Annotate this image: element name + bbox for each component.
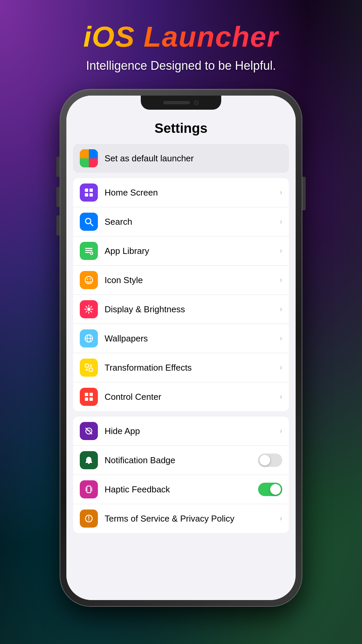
svg-point-44 — [88, 520, 89, 521]
svg-rect-32 — [89, 397, 93, 401]
svg-rect-28 — [89, 368, 93, 371]
notification-badge-label: Notification Badge — [105, 455, 258, 466]
svg-rect-3 — [89, 193, 93, 197]
wallpapers-icon — [80, 329, 98, 347]
phone-outer: Settings Set as default launcher — [60, 90, 302, 606]
home-screen-icon — [80, 183, 98, 202]
home-screen-item[interactable]: Home Screen › — [73, 178, 289, 207]
svg-rect-6 — [85, 248, 93, 249]
svg-rect-35 — [87, 486, 91, 493]
haptic-feedback-item[interactable]: Haptic Feedback — [73, 475, 289, 504]
settings-group-main: Home Screen › Search › — [73, 178, 289, 411]
settings-title: Settings — [66, 114, 296, 144]
search-item[interactable]: Search › — [73, 207, 289, 236]
svg-rect-31 — [85, 397, 88, 401]
control-center-icon — [80, 388, 98, 406]
display-brightness-item[interactable]: Display & Brightness › — [73, 295, 289, 324]
terms-privacy-label: Terms of Service & Privacy Policy — [105, 514, 280, 524]
search-label: Search — [105, 217, 280, 227]
icon-style-icon — [80, 271, 98, 289]
haptic-feedback-icon — [80, 480, 98, 498]
hide-app-chevron: › — [280, 427, 282, 435]
svg-line-22 — [91, 307, 92, 308]
wallpapers-label: Wallpapers — [105, 333, 280, 344]
search-chevron: › — [280, 217, 282, 226]
app-library-item[interactable]: App Library › — [73, 236, 289, 266]
settings-group-default: Set as default launcher — [73, 144, 289, 173]
icon-style-chevron: › — [280, 276, 282, 284]
control-center-label: Control Center — [105, 392, 280, 402]
hide-app-item[interactable]: Hide App › — [73, 417, 289, 446]
settings-group-extras: Hide App › Notification Badge — [73, 417, 289, 533]
icon-q4 — [89, 158, 98, 167]
svg-point-13 — [87, 278, 88, 280]
wallpapers-chevron: › — [280, 334, 282, 343]
app-library-icon — [80, 242, 98, 260]
terms-privacy-icon — [80, 509, 98, 528]
title-launcher: Launcher — [135, 20, 279, 53]
terms-privacy-item[interactable]: Terms of Service & Privacy Policy › — [73, 504, 289, 533]
title-ios: iOS — [83, 20, 135, 53]
svg-rect-30 — [89, 393, 93, 396]
haptic-feedback-label: Haptic Feedback — [105, 484, 258, 495]
icon-q2 — [89, 149, 98, 158]
svg-line-21 — [91, 311, 92, 312]
screen-content: Settings Set as default launcher — [66, 96, 296, 600]
svg-rect-8 — [85, 252, 90, 253]
notch-speaker — [163, 101, 190, 104]
app-title: iOS Launcher — [83, 20, 279, 53]
svg-rect-29 — [85, 393, 88, 396]
app-header: iOS Launcher Intelligence Designed to be… — [83, 0, 279, 73]
launcher-icon-grid — [80, 149, 98, 167]
app-library-label: App Library — [105, 246, 280, 256]
app-subtitle: Intelligence Designed to be Helpful. — [83, 59, 279, 73]
search-icon — [80, 213, 98, 231]
icon-style-item[interactable]: Icon Style › — [73, 266, 289, 295]
notification-badge-toggle[interactable] — [258, 453, 282, 467]
set-default-launcher-label: Set as default launcher — [105, 153, 282, 164]
svg-line-20 — [86, 307, 87, 308]
transformation-effects-chevron: › — [280, 363, 282, 372]
home-screen-chevron: › — [280, 188, 282, 197]
notch-camera — [194, 100, 199, 105]
phone-frame: Settings Set as default launcher — [60, 90, 302, 606]
wallpapers-item[interactable]: Wallpapers › — [73, 324, 289, 353]
svg-rect-27 — [85, 364, 88, 367]
home-screen-label: Home Screen — [105, 187, 280, 198]
transformation-effects-icon — [80, 359, 98, 377]
control-center-item[interactable]: Control Center › — [73, 382, 289, 411]
svg-point-14 — [89, 278, 91, 280]
transformation-effects-label: Transformation Effects — [105, 363, 280, 373]
svg-rect-1 — [89, 189, 93, 192]
haptic-feedback-toggle[interactable] — [258, 483, 282, 496]
hide-app-icon — [80, 422, 98, 440]
icon-q3 — [80, 158, 89, 167]
display-brightness-chevron: › — [280, 305, 282, 314]
svg-line-5 — [90, 223, 93, 226]
phone-inner: Settings Set as default launcher — [66, 96, 296, 600]
svg-point-15 — [87, 308, 90, 311]
launcher-icon — [80, 149, 98, 167]
svg-rect-0 — [85, 189, 88, 192]
svg-rect-7 — [85, 250, 93, 251]
display-brightness-label: Display & Brightness — [105, 304, 280, 315]
notification-badge-item[interactable]: Notification Badge — [73, 446, 289, 475]
transformation-effects-item[interactable]: Transformation Effects › — [73, 353, 289, 382]
app-library-chevron: › — [280, 247, 282, 255]
set-default-launcher-item[interactable]: Set as default launcher — [73, 144, 289, 173]
icon-style-label: Icon Style — [105, 275, 280, 285]
hide-app-label: Hide App — [105, 426, 280, 436]
notification-badge-icon — [80, 451, 98, 469]
display-brightness-icon — [80, 300, 98, 318]
control-center-chevron: › — [280, 392, 282, 401]
svg-line-23 — [86, 311, 87, 312]
icon-q1 — [80, 149, 89, 158]
terms-privacy-chevron: › — [280, 514, 282, 523]
phone-notch — [141, 96, 221, 110]
svg-rect-2 — [85, 193, 88, 197]
